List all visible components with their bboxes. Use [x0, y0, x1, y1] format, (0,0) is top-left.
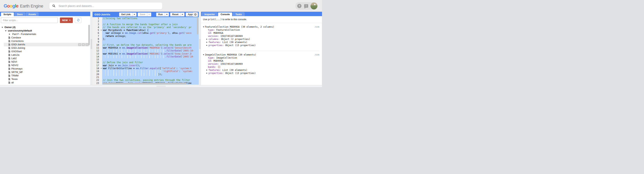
- code-line[interactable]: 1//Joining two collections: [92, 17, 199, 20]
- expand-icon[interactable]: [206, 42, 208, 43]
- tree-item[interactable]: Owner (4): [0, 26, 90, 29]
- code-line[interactable]: 21: [92, 76, 199, 79]
- tree-item[interactable]: Texas: [0, 78, 90, 81]
- tree-item[interactable]: GSOStart: [0, 50, 90, 53]
- reset-button[interactable]: Reset: [170, 12, 181, 16]
- code-line[interactable]: 6 var anImage = ee.Image.cat(aRow.get('p…: [92, 32, 199, 34]
- code-line[interactable]: 4// the bands are referred to as the 'pr…: [92, 26, 199, 29]
- expand-icon[interactable]: [206, 38, 208, 40]
- tree-item[interactable]: ali: [0, 81, 90, 84]
- code-line[interactable]: 19'rightField': 'system:: [92, 70, 199, 73]
- tab-scripts[interactable]: Scripts: [1, 12, 14, 16]
- new-script-button[interactable]: NEW: [60, 18, 73, 23]
- code-line[interactable]: 15: [92, 58, 199, 61]
- property-key: columns:: [208, 38, 220, 40]
- collapse-icon[interactable]: [203, 26, 204, 28]
- code-line[interactable]: 5var MergeBands = function(aRow) {: [92, 29, 199, 32]
- reset-dropdown[interactable]: [180, 12, 184, 16]
- json-link[interactable]: JSON: [314, 26, 319, 28]
- tab-tasks[interactable]: Tasks: [233, 12, 244, 16]
- property-key: properties:: [208, 72, 224, 74]
- tree-item[interactable]: Lab12a: [0, 53, 90, 57]
- get-link-button[interactable]: Get Link: [119, 12, 132, 16]
- tree-item[interactable]: GSO-Joining: [0, 46, 90, 50]
- edit-icon[interactable]: ✎: [82, 43, 85, 46]
- panel-splitter[interactable]: [199, 12, 201, 85]
- code-line-content: var Join = ee.Join.inner();: [102, 64, 199, 67]
- save-dropdown[interactable]: [147, 12, 151, 16]
- caret-down-icon[interactable]: [5, 30, 6, 32]
- code-line-content: // First, we define the two datasets, se…: [102, 44, 199, 46]
- settings-gear-icon[interactable]: ⚙: [193, 12, 198, 17]
- code-token: .equals: [148, 67, 158, 70]
- feedback-icon[interactable]: !: [304, 4, 308, 8]
- code-line[interactable]: 12.filterDate('2005-10-: [92, 49, 199, 52]
- code-line[interactable]: 13var MOD10A1 = ee.ImageCollection('MOD1…: [92, 52, 199, 55]
- expand-icon[interactable]: [206, 70, 208, 71]
- code-area[interactable]: 1//Joining two collections23// A functio…: [92, 17, 199, 85]
- tree-item[interactable]: Part F - Fundamentals: [0, 32, 90, 36]
- code-line[interactable]: 7 return anImage;: [92, 35, 199, 38]
- delete-icon[interactable]: ⌸: [86, 43, 88, 46]
- fold-icon[interactable]: [100, 30, 102, 31]
- code-line[interactable]: 3// A function to merge the bands togeth…: [92, 23, 199, 26]
- get-link-dropdown[interactable]: [132, 12, 136, 16]
- tree-item[interactable]: Pilcomayo: [0, 67, 90, 70]
- tree-item[interactable]: Lab2: [0, 57, 90, 60]
- avatar[interactable]: [310, 2, 318, 10]
- code-line[interactable]: 8};: [92, 38, 199, 40]
- collapse-icon[interactable]: [203, 54, 204, 56]
- json-link[interactable]: JSON: [314, 54, 319, 56]
- code-token: 'SensorZenith: [174, 46, 192, 49]
- code-line[interactable]: 17var Join = ee.Join.inner();: [92, 64, 199, 67]
- scripts-scrollbar[interactable]: [88, 25, 90, 45]
- panel-splitter[interactable]: [90, 12, 92, 85]
- code-line[interactable]: 11var MOD09GA = ee.ImageCollection('MOD0…: [92, 46, 199, 49]
- code-line[interactable]: 2: [92, 20, 199, 23]
- tab-inspector[interactable]: Inspector: [202, 12, 217, 16]
- history-icon[interactable]: ↺: [78, 43, 81, 46]
- line-number: 2: [92, 20, 102, 23]
- tree-item-label: Lab2: [11, 57, 17, 60]
- tree-item-label: Candace: [11, 36, 21, 39]
- drag-handle-icon: [91, 39, 92, 49]
- earth-engine-code-editor: Google Earth Engine ? ! Scripts Docs Ass…: [0, 0, 322, 87]
- run-button[interactable]: Run: [156, 12, 165, 16]
- code-line[interactable]: 14.filterDate('2005-10-: [92, 55, 199, 58]
- tree-item[interactable]: Corrections: [0, 39, 90, 43]
- caret-right-icon[interactable]: [9, 34, 11, 35]
- help-icon[interactable]: ?: [297, 4, 302, 8]
- search-input[interactable]: [58, 4, 162, 8]
- tab-console[interactable]: Console: [218, 12, 232, 16]
- tree-item[interactable]: TRMM: [0, 74, 90, 78]
- tree-item[interactable]: SRTM_MF: [0, 70, 90, 74]
- code-line[interactable]: 18var FilterOnStartTime = ee.Filter.equa…: [92, 67, 199, 70]
- code-line[interactable]: 10// First, we define the two datasets, …: [92, 44, 199, 46]
- refresh-button[interactable]: [75, 18, 82, 23]
- code-line[interactable]: 9: [92, 40, 199, 44]
- tree-item[interactable]: NDVI2: [0, 64, 90, 67]
- code-line[interactable]: 16// Define the join and filter: [92, 61, 199, 64]
- run-dropdown[interactable]: [165, 12, 169, 16]
- code-line[interactable]: 20});: [92, 73, 199, 76]
- tree-item[interactable]: Candace: [0, 36, 90, 39]
- tree-item[interactable]: users/sounny/default: [0, 29, 90, 32]
- code-line[interactable]: 22// Join the two collections, passing e…: [92, 79, 199, 82]
- editor-vscrollbar[interactable]: [197, 18, 198, 34]
- tree-item[interactable]: GSO-JoinVis↺✎⌸: [4, 43, 90, 46]
- search-box[interactable]: [49, 2, 162, 10]
- tree-item-label: GSOStart: [11, 50, 22, 53]
- tab-assets[interactable]: Assets: [26, 12, 38, 16]
- expand-icon[interactable]: [206, 72, 208, 74]
- editor-hscrollbar[interactable]: [102, 83, 187, 84]
- caret-down-icon[interactable]: [2, 27, 3, 29]
- tab-docs[interactable]: Docs: [14, 12, 25, 16]
- code-token: MOD09GA: [107, 46, 120, 49]
- tree-item[interactable]: NDVI: [0, 60, 90, 64]
- fold-icon[interactable]: [100, 68, 102, 70]
- code-line-content: [102, 58, 199, 61]
- save-button[interactable]: Save: [138, 12, 147, 16]
- map-splitter[interactable]: [0, 85, 322, 87]
- filter-scripts-input[interactable]: [1, 18, 58, 23]
- expand-icon[interactable]: [206, 45, 208, 46]
